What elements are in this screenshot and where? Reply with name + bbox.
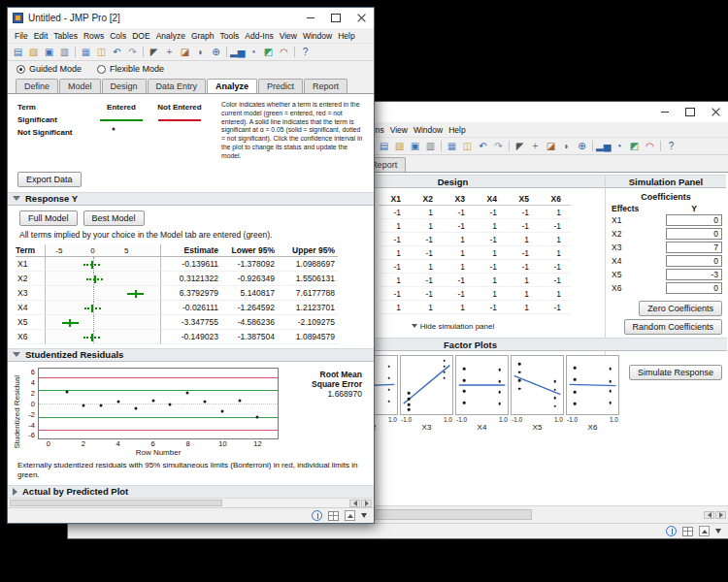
coefficient-input[interactable]: 0	[666, 255, 722, 267]
confidence-interval-cell[interactable]	[45, 286, 161, 301]
radio-unselected-icon[interactable]	[97, 65, 106, 74]
menu-graph[interactable]: Graph	[188, 30, 217, 42]
menu-view[interactable]: View	[277, 30, 300, 42]
zero-coefficients-button[interactable]: Zero Coefficients	[639, 301, 722, 316]
tab-report[interactable]: Report	[304, 79, 347, 93]
print-icon[interactable]: ▥	[423, 139, 438, 153]
factor-plot-area[interactable]	[400, 355, 453, 415]
actual-by-predicted-header[interactable]: Actual by Predicted Plot	[8, 485, 374, 498]
menu-addins[interactable]: Add-Ins	[242, 30, 276, 42]
zoom-tool-icon[interactable]: ⊕	[209, 45, 223, 59]
help-balloon-icon[interactable]: ?	[298, 45, 313, 59]
graph-builder-icon[interactable]: ◩	[261, 45, 276, 59]
close-button[interactable]	[703, 102, 728, 122]
data-table-icon[interactable]	[328, 511, 339, 521]
menu-edit[interactable]: Edit	[31, 30, 51, 42]
confidence-interval-cell[interactable]	[45, 315, 161, 330]
distribution-icon[interactable]: ▂▅	[596, 139, 611, 153]
undo-icon[interactable]: ↶	[110, 45, 124, 59]
redo-icon[interactable]: ↷	[491, 139, 506, 153]
brush-tool-icon[interactable]: ◪	[178, 45, 192, 59]
tab-define[interactable]: Define	[16, 79, 58, 93]
new-data-table-icon[interactable]: ▤	[11, 45, 25, 59]
response-y-header[interactable]: Response Y	[8, 192, 374, 206]
confidence-interval-cell[interactable]	[45, 301, 161, 315]
print-icon[interactable]: ▥	[57, 45, 72, 59]
lasso-tool-icon[interactable]: ◗	[193, 45, 208, 59]
scrollbar-thumb[interactable]	[10, 500, 222, 506]
front-horizontal-scrollbar[interactable]	[8, 498, 374, 507]
caret-down-icon[interactable]	[361, 513, 367, 518]
menu-rows[interactable]: Rows	[81, 30, 107, 42]
caret-up-icon[interactable]	[699, 526, 710, 536]
caret-up-icon[interactable]	[345, 510, 355, 521]
flexible-mode-option[interactable]: Flexible Mode	[97, 64, 164, 74]
profiler-icon[interactable]: ◠	[277, 45, 291, 59]
coefficient-input[interactable]: 7	[666, 242, 722, 253]
brush-tool-icon[interactable]: ◪	[544, 139, 558, 153]
save-icon[interactable]: ▣	[42, 45, 56, 59]
coefficient-input[interactable]: 0	[666, 282, 722, 294]
redo-icon[interactable]: ↷	[125, 45, 140, 59]
maximize-button[interactable]	[678, 102, 703, 122]
new-data-table-icon[interactable]: ▤	[377, 139, 391, 153]
confidence-interval-cell[interactable]	[45, 330, 161, 344]
copy-icon[interactable]: ▦	[79, 45, 93, 59]
residual-scatter-plot[interactable]	[38, 368, 279, 439]
menu-doe[interactable]: DOE	[129, 30, 152, 42]
best-model-button[interactable]: Best Model	[83, 210, 145, 226]
simulation-panel-header[interactable]: Simulation Panel	[606, 175, 726, 188]
minimize-button[interactable]	[652, 102, 678, 122]
coefficient-input[interactable]: -3	[666, 269, 722, 280]
menu-window[interactable]: Window	[300, 30, 335, 42]
full-model-button[interactable]: Full Model	[19, 210, 78, 226]
confidence-interval-cell[interactable]	[45, 272, 161, 286]
paste-icon[interactable]: ◫	[460, 139, 475, 153]
zoom-tool-icon[interactable]: ⊕	[575, 139, 589, 153]
guided-mode-option[interactable]: Guided Mode	[17, 64, 82, 74]
caret-down-icon[interactable]	[715, 529, 721, 534]
open-icon[interactable]: ▨	[392, 139, 407, 153]
tab-model[interactable]: Model	[59, 79, 101, 93]
scroll-right-button[interactable]	[361, 500, 372, 507]
front-jmp-window[interactable]: Untitled - JMP Pro [2] FileEditTablesRow…	[8, 8, 374, 523]
menu-cols[interactable]: Cols	[107, 30, 129, 42]
tab-data-entry[interactable]: Data Entry	[148, 79, 207, 93]
paste-icon[interactable]: ◫	[94, 45, 109, 59]
confidence-interval-cell[interactable]	[45, 257, 161, 272]
export-data-button[interactable]: Export Data	[17, 172, 82, 187]
close-button[interactable]	[348, 8, 374, 28]
fit-y-by-x-icon[interactable]: ◔	[612, 139, 626, 153]
factor-plot-area[interactable]	[455, 355, 509, 415]
coefficient-input[interactable]: 0	[666, 228, 722, 240]
coefficient-input[interactable]: 0	[666, 214, 722, 226]
info-icon[interactable]	[312, 510, 322, 521]
menu-analyze[interactable]: Analyze	[153, 30, 188, 42]
menu-file[interactable]: File	[12, 30, 31, 42]
menu-tools[interactable]: Tools	[217, 30, 243, 42]
scroll-left-button[interactable]	[704, 511, 714, 519]
factor-plot-area[interactable]	[511, 355, 564, 415]
profiler-icon[interactable]: ◠	[643, 139, 657, 153]
scroll-right-button[interactable]	[715, 511, 726, 519]
menu-view[interactable]: View	[387, 124, 411, 136]
factor-plot-area[interactable]	[566, 355, 619, 415]
lasso-tool-icon[interactable]: ◗	[559, 139, 574, 153]
grabber-tool-icon[interactable]: +	[162, 45, 177, 59]
data-table-icon[interactable]	[682, 527, 693, 536]
random-coefficients-button[interactable]: Random Coefficients	[624, 319, 722, 335]
cursor-tool-icon[interactable]: ◤	[513, 139, 527, 153]
menu-window[interactable]: Window	[411, 124, 446, 136]
menu-tables[interactable]: Tables	[50, 30, 81, 42]
minimize-button[interactable]	[298, 8, 323, 28]
distribution-icon[interactable]: ▂▅	[230, 45, 245, 59]
radio-selected-icon[interactable]	[17, 65, 25, 74]
maximize-button[interactable]	[323, 8, 348, 28]
copy-icon[interactable]: ▦	[445, 139, 459, 153]
graph-builder-icon[interactable]: ◩	[627, 139, 642, 153]
cursor-tool-icon[interactable]: ◤	[147, 45, 161, 59]
tab-design[interactable]: Design	[102, 79, 147, 93]
tab-analyze[interactable]: Analyze	[207, 79, 257, 93]
studentized-residuals-header[interactable]: Studentized Residuals	[8, 348, 374, 362]
tab-predict[interactable]: Predict	[258, 79, 303, 93]
